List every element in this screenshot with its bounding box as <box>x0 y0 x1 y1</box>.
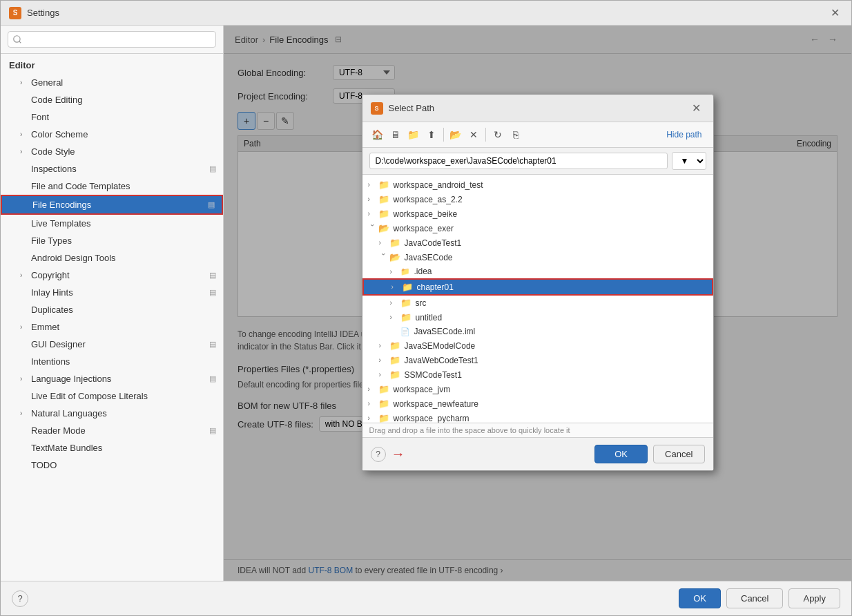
delete-button[interactable]: ✕ <box>465 126 482 143</box>
sidebar-item-intentions[interactable]: › Intentions <box>1 353 223 370</box>
chevron-spacer: › <box>20 113 30 121</box>
tree-item-pycharm[interactable]: › 📁 workspace_pycharm <box>362 411 713 423</box>
sidebar-item-label: General <box>31 77 63 88</box>
sidebar-badge: ▤ <box>209 271 216 280</box>
sidebar-item-emmet[interactable]: › Emmet <box>1 318 223 336</box>
tree-item-beike[interactable]: › 📁 workspace_beike <box>362 206 713 221</box>
dialog-close-button[interactable]: ✕ <box>688 100 705 116</box>
tree-item-untitled[interactable]: › 📁 untitled <box>362 310 713 325</box>
tree-item-javaweb[interactable]: › 📁 JavaWebCodeTest1 <box>362 353 713 367</box>
dialog-help-button[interactable]: ? <box>371 447 386 462</box>
folder-icon: 📁 <box>400 298 412 308</box>
help-button[interactable]: ? <box>12 590 28 607</box>
folder-up-button[interactable]: ⬆ <box>423 126 440 143</box>
home-button[interactable]: 🏠 <box>369 126 386 143</box>
sidebar-item-label: File Types <box>31 235 72 246</box>
sidebar-item-reader-mode[interactable]: › Reader Mode ▤ <box>1 422 223 439</box>
tree-item-label: workspace_pycharm <box>394 414 469 423</box>
tree-item-src[interactable]: › 📁 src <box>362 296 713 310</box>
sidebar-item-font[interactable]: › Font <box>1 108 223 126</box>
sidebar-item-inspections[interactable]: › Inspections ▤ <box>1 160 223 177</box>
sidebar-item-natural-langs[interactable]: › Natural Languages <box>1 405 223 422</box>
sidebar-item-file-templates[interactable]: › File and Code Templates <box>1 177 223 195</box>
new-folder-button[interactable]: 📁 <box>405 126 422 143</box>
sidebar-item-live-edit[interactable]: › Live Edit of Compose Literals <box>1 387 223 405</box>
close-button[interactable]: ✕ <box>826 5 843 21</box>
sidebar-item-label: Live Templates <box>31 218 90 229</box>
tree-item-java-code[interactable]: › 📁 JavaCodeTest1 <box>362 235 713 250</box>
sidebar-item-inlay-hints[interactable]: › Inlay Hints ▤ <box>1 284 223 301</box>
sidebar-item-gui-designer[interactable]: › GUI Designer ▤ <box>1 336 223 353</box>
folder-icon: 📁 <box>400 267 410 276</box>
path-history-dropdown[interactable]: ▼ <box>672 152 706 170</box>
chevron-icon: › <box>20 323 30 331</box>
modal-overlay: S Select Path ✕ 🏠 🖥 📁 ⬆ 📂 ✕ <box>224 26 851 581</box>
chevron-icon: › <box>379 356 387 364</box>
tree-item-newfeature[interactable]: › 📁 workspace_newfeature <box>362 396 713 411</box>
tree-item-android-test[interactable]: › 📁 workspace_android_test <box>362 177 713 192</box>
chevron-icon: › <box>368 400 376 407</box>
chevron-icon: › <box>368 210 376 218</box>
copy-path-button[interactable]: ⎘ <box>507 126 524 143</box>
chevron-icon: › <box>379 253 387 262</box>
sidebar-item-file-types[interactable]: › File Types <box>1 232 223 249</box>
sidebar-item-code-style[interactable]: › Code Style <box>1 143 223 160</box>
tree-item-label: JavaSEModelCode <box>405 341 476 351</box>
search-input[interactable] <box>8 31 216 48</box>
sidebar-section-editor[interactable]: Editor <box>1 57 223 74</box>
hide-path-button[interactable]: Hide path <box>662 128 706 141</box>
tree-item-javamodel[interactable]: › 📁 JavaSEModelCode <box>362 338 713 353</box>
tree-item-as22[interactable]: › 📁 workspace_as_2.2 <box>362 192 713 206</box>
sidebar-tree: Editor › General › Code Editing › Font <box>1 54 223 581</box>
chevron-icon: › <box>368 181 376 189</box>
path-input[interactable] <box>369 153 668 169</box>
sidebar-item-lang-injections[interactable]: › Language Injections ▤ <box>1 370 223 387</box>
chevron-spacer: › <box>20 289 30 296</box>
tree-item-label: workspace_jvm <box>394 385 451 394</box>
tree-item-label: JavaWebCodeTest1 <box>405 356 478 365</box>
chevron-icon: › <box>379 239 387 247</box>
sidebar-item-copyright[interactable]: › Copyright ▤ <box>1 267 223 284</box>
sidebar-item-general[interactable]: › General <box>1 74 223 91</box>
tree-item-chapter01[interactable]: › 📁 chapter01 <box>362 278 713 296</box>
sidebar-item-code-editing[interactable]: › Code Editing <box>1 91 223 108</box>
sidebar: Editor › General › Code Editing › Font <box>1 26 224 581</box>
folder-icon: 📁 <box>378 413 389 423</box>
title-bar: S Settings ✕ <box>1 1 851 26</box>
cancel-button[interactable]: Cancel <box>726 588 783 608</box>
sidebar-item-file-encodings[interactable]: › File Encodings ▤ <box>1 195 223 215</box>
folder-icon: 📁 <box>400 312 412 323</box>
folder-connect-button[interactable]: 📂 <box>447 126 464 143</box>
sidebar-item-live-templates[interactable]: › Live Templates <box>1 215 223 232</box>
sidebar-item-textmate[interactable]: › TextMate Bundles <box>1 439 223 456</box>
sidebar-item-todo[interactable]: › TODO <box>1 456 223 474</box>
sidebar-badge: ▤ <box>209 426 216 435</box>
ok-button[interactable]: OK <box>679 588 721 608</box>
chevron-icon: › <box>368 195 376 203</box>
search-box <box>1 26 223 54</box>
chevron-spacer: › <box>20 165 30 173</box>
sidebar-item-label: File and Code Templates <box>31 181 130 191</box>
sidebar-item-android-design[interactable]: › Android Design Tools <box>1 249 223 267</box>
folder-icon: 📁 <box>378 209 389 219</box>
refresh-button[interactable]: ↻ <box>490 126 506 143</box>
tree-item-ssm[interactable]: › 📁 SSMCodeTest1 <box>362 367 713 382</box>
sidebar-item-color-scheme[interactable]: › Color Scheme <box>1 126 223 143</box>
tree-item-idea[interactable]: › 📁 .idea <box>362 264 713 278</box>
chevron-spacer: › <box>20 306 30 314</box>
apply-button[interactable]: Apply <box>788 588 840 608</box>
chevron-spacer: › <box>20 461 30 469</box>
sidebar-item-label: Code Style <box>31 146 75 157</box>
arrow-indicator: → <box>391 446 405 462</box>
dialog-title: Select Path <box>389 103 682 113</box>
chevron-icon: › <box>390 299 398 307</box>
tree-item-jvm[interactable]: › 📁 workspace_jvm <box>362 382 713 396</box>
tree-item-exer[interactable]: › 📂 workspace_exer <box>362 221 713 235</box>
sidebar-badge: ▤ <box>208 200 215 209</box>
dialog-cancel-button[interactable]: Cancel <box>653 445 704 463</box>
dialog-ok-button[interactable]: OK <box>594 445 648 463</box>
desktop-button[interactable]: 🖥 <box>387 126 404 143</box>
tree-item-java-se[interactable]: › 📂 JavaSECode <box>362 250 713 264</box>
sidebar-item-duplicates[interactable]: › Duplicates <box>1 301 223 318</box>
tree-item-iml[interactable]: › 📄 JavaSECode.iml <box>362 325 713 338</box>
